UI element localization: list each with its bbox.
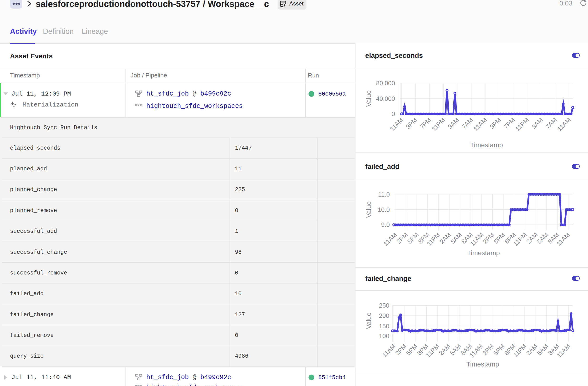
svg-text:5AM: 5AM — [536, 343, 550, 357]
svg-text:3AM: 3AM — [446, 116, 461, 130]
svg-text:11PM: 11PM — [430, 116, 446, 132]
svg-text:Value: Value — [365, 90, 372, 107]
svg-text:Timestamp: Timestamp — [466, 361, 499, 368]
svg-text:250: 250 — [379, 302, 389, 309]
svg-text:200: 200 — [379, 312, 389, 319]
svg-text:9.0: 9.0 — [381, 221, 390, 228]
svg-text:Timestamp: Timestamp — [470, 141, 503, 149]
svg-text:11AM: 11AM — [388, 116, 404, 132]
svg-text:5AM: 5AM — [448, 343, 462, 357]
svg-text:7AM: 7AM — [460, 116, 474, 130]
svg-text:11.0: 11.0 — [378, 191, 390, 198]
svg-text:3AM: 3AM — [530, 116, 544, 130]
svg-text:5PM: 5PM — [405, 343, 419, 357]
svg-text:0: 0 — [392, 110, 395, 117]
svg-text:2PM: 2PM — [482, 231, 496, 245]
svg-text:5AM: 5AM — [536, 231, 550, 245]
svg-text:2PM: 2PM — [395, 231, 409, 245]
svg-text:2AM: 2AM — [438, 343, 451, 357]
svg-text:11PM: 11PM — [514, 116, 530, 132]
svg-text:Value: Value — [365, 201, 372, 218]
svg-text:5PM: 5PM — [406, 231, 420, 245]
svg-text:2AM: 2AM — [525, 343, 539, 357]
svg-text:11AM: 11AM — [556, 116, 572, 132]
svg-text:2AM: 2AM — [438, 231, 452, 245]
svg-text:150: 150 — [379, 323, 389, 330]
svg-text:2PM: 2PM — [481, 343, 495, 357]
svg-text:7AM: 7AM — [544, 116, 558, 130]
svg-text:3PM: 3PM — [488, 116, 502, 130]
svg-text:11AM: 11AM — [472, 116, 488, 132]
svg-text:5PM: 5PM — [492, 231, 506, 245]
svg-text:10.0: 10.0 — [378, 206, 390, 213]
svg-text:5AM: 5AM — [449, 231, 463, 245]
svg-text:Timestamp: Timestamp — [467, 249, 500, 257]
svg-text:3PM: 3PM — [404, 116, 419, 130]
svg-text:7PM: 7PM — [418, 116, 432, 130]
svg-text:2PM: 2PM — [394, 343, 408, 357]
svg-text:80,000: 80,000 — [376, 80, 395, 87]
svg-text:5PM: 5PM — [492, 343, 506, 357]
svg-text:Value: Value — [365, 312, 372, 329]
svg-text:7PM: 7PM — [502, 116, 516, 130]
svg-text:100: 100 — [379, 332, 389, 340]
svg-text:40,000: 40,000 — [376, 95, 395, 102]
svg-text:2AM: 2AM — [525, 231, 539, 245]
